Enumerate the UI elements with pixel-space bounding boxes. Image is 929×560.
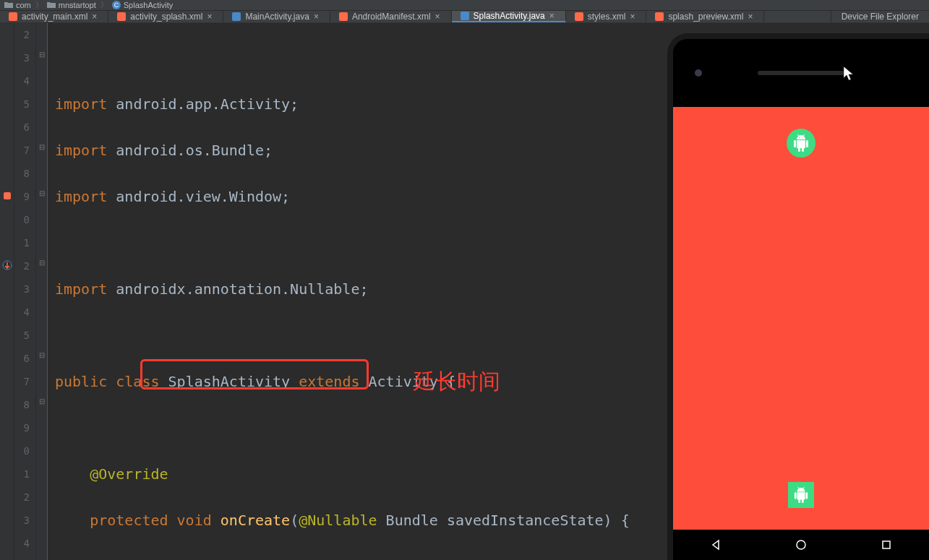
line-number: 1 [14, 462, 30, 486]
tab-label: splash_preview.xml [668, 12, 743, 22]
xml-icon [575, 12, 583, 21]
line-number: 6 [14, 116, 30, 139]
launcher-icon [788, 482, 814, 508]
line-number: 9 [14, 185, 30, 208]
close-icon[interactable]: × [314, 13, 321, 20]
nav-home-button[interactable] [794, 538, 808, 552]
svg-point-4 [797, 540, 805, 549]
close-icon[interactable]: × [435, 13, 442, 20]
line-number: 0 [14, 208, 30, 231]
java-icon [461, 12, 469, 20]
line-number: 3 [14, 46, 30, 69]
class-icon: C [112, 1, 121, 9]
breadcrumb-label: mnstartopt [59, 1, 96, 9]
emulator-notch [673, 39, 929, 107]
tab-android-manifest[interactable]: AndroidManifest.xml × [330, 11, 452, 22]
fold-toggle[interactable]: ⊟ [39, 353, 45, 358]
tab-label: styles.xml [588, 12, 626, 22]
breadcrumb-label: SplashActivity [124, 1, 173, 9]
xml-icon [339, 12, 348, 21]
tab-label: AndroidManifest.xml [352, 12, 431, 22]
xml-icon [9, 12, 17, 21]
breadcrumb: com 〉 mnstartopt 〉 C SplashActivity [0, 0, 929, 11]
line-number: 1 [14, 231, 30, 254]
close-icon[interactable]: × [207, 13, 214, 20]
gutter-icons [0, 23, 14, 560]
breadcrumb-item[interactable]: mnstartopt [47, 1, 96, 9]
tab-label: MainActivity.java [245, 12, 309, 22]
tab-label: SplashActivity.java [474, 11, 545, 21]
tab-splash-preview[interactable]: splash_preview.xml × [646, 11, 764, 22]
android-logo-icon [787, 129, 815, 158]
device-file-explorer-button[interactable]: Device File Explorer [831, 11, 929, 22]
breadcrumb-sep: 〉 [100, 0, 108, 10]
svg-rect-3 [4, 192, 11, 199]
override-icon[interactable] [2, 260, 12, 270]
line-number: 4 [14, 301, 30, 324]
tab-main-activity[interactable]: MainActivity.java × [223, 11, 330, 22]
nav-back-button[interactable] [708, 538, 723, 552]
fold-toggle[interactable]: ⊟ [39, 191, 45, 197]
line-number: 7 [14, 370, 30, 393]
camera-icon [695, 69, 702, 77]
close-icon[interactable]: × [748, 13, 755, 20]
line-number: 8 [14, 162, 30, 185]
line-number: 2 [14, 23, 30, 46]
line-numbers: 2 3 4 5 6 7 8 9 0 1 2 3 4 5 6 7 8 9 0 1 … [14, 23, 36, 560]
tab-label: activity_splash.xml [130, 12, 202, 22]
breadcrumb-label: com [16, 1, 31, 9]
tab-activity-main[interactable]: activity_main.xml × [0, 11, 108, 22]
breadcrumb-item[interactable]: com [4, 1, 31, 9]
speaker-grille [758, 71, 844, 75]
line-number: 5 [14, 324, 30, 347]
svg-text:C: C [114, 1, 119, 9]
close-icon[interactable]: × [92, 13, 99, 20]
line-number: 4 [14, 69, 30, 92]
line-number: 2 [14, 254, 30, 277]
close-icon[interactable]: × [630, 13, 637, 20]
line-number: 5 [14, 92, 30, 116]
device-file-explorer-label: Device File Explorer [842, 12, 919, 22]
fold-toggle[interactable]: ⊟ [39, 52, 45, 58]
line-number: 0 [14, 439, 30, 462]
emulator-nav-bar [673, 530, 929, 560]
line-number: 2 [14, 486, 30, 509]
xml-icon [655, 12, 664, 21]
implements-icon[interactable] [2, 191, 12, 201]
close-icon[interactable]: × [549, 12, 557, 20]
annotation-label: 延长时间 [414, 370, 500, 393]
line-number: 4 [14, 532, 30, 555]
tab-label: activity_main.xml [22, 12, 87, 22]
java-icon [232, 12, 241, 21]
fold-toggle[interactable]: ⊟ [39, 260, 45, 266]
folder-icon [4, 1, 13, 9]
breadcrumb-sep: 〉 [35, 0, 43, 10]
fold-toggle[interactable]: ⊟ [39, 399, 45, 405]
nav-recent-button[interactable] [879, 538, 894, 552]
emulator-screen[interactable] [673, 107, 929, 530]
breadcrumb-item[interactable]: C SplashActivity [112, 1, 173, 9]
svg-rect-5 [883, 541, 890, 548]
line-number: 3 [14, 277, 30, 301]
editor-tabs: activity_main.xml × activity_splash.xml … [0, 11, 929, 23]
line-number: 9 [14, 416, 30, 439]
fold-toggle[interactable]: ⊟ [39, 145, 45, 150]
line-number: 8 [14, 393, 30, 416]
line-number: 6 [14, 347, 30, 370]
tab-activity-splash[interactable]: activity_splash.xml × [108, 11, 223, 22]
line-number: 7 [14, 139, 30, 162]
emulator-preview [667, 33, 929, 560]
fold-gutter: ⊟ ⊟ ⊟ ⊟ ⊟ ⊟ [36, 23, 48, 560]
xml-icon [117, 12, 126, 21]
line-number: 3 [14, 509, 30, 532]
tab-splash-activity[interactable]: SplashActivity.java × [452, 11, 566, 22]
folder-icon [47, 1, 56, 9]
tab-styles[interactable]: styles.xml × [566, 11, 647, 22]
